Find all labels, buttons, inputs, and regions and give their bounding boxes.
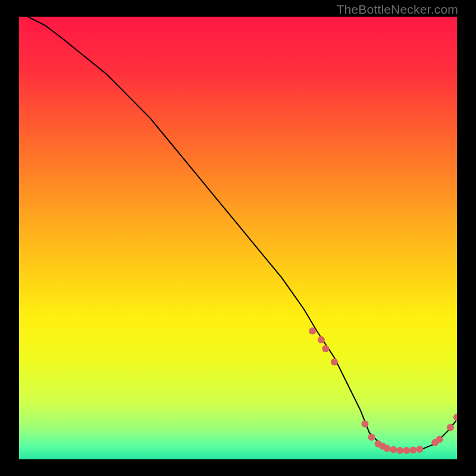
data-marker [318,336,325,343]
chart-stage: TheBottleNecker.com [0,0,476,476]
data-marker [361,420,368,427]
data-marker [390,446,397,453]
watermark-text: TheBottleNecker.com [336,2,458,17]
chart-svg [19,17,457,459]
data-marker [447,424,454,431]
data-marker [383,444,390,452]
data-marker [396,447,403,454]
data-marker [368,434,375,441]
gradient-background [19,17,457,459]
data-marker [409,446,416,453]
data-marker [416,446,423,453]
plot-area [19,17,457,459]
data-marker [436,436,443,443]
data-marker [331,358,338,365]
data-marker [403,447,410,454]
data-marker [322,345,329,352]
data-marker [309,327,316,334]
